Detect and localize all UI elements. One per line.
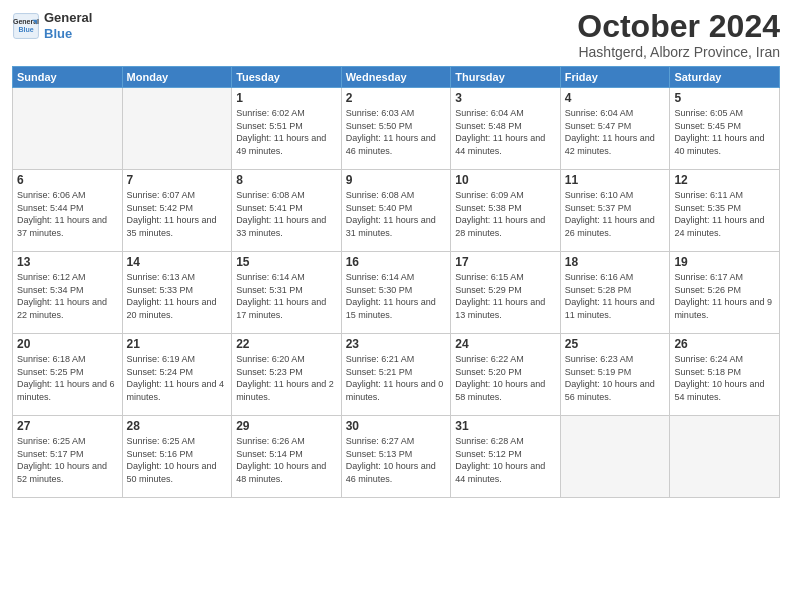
day-info: Sunrise: 6:24 AMSunset: 5:18 PMDaylight:… — [674, 353, 775, 403]
day-info: Sunrise: 6:27 AMSunset: 5:13 PMDaylight:… — [346, 435, 447, 485]
calendar-cell-w5-d0: 27Sunrise: 6:25 AMSunset: 5:17 PMDayligh… — [13, 416, 123, 498]
header-monday: Monday — [122, 67, 232, 88]
calendar-cell-w2-d2: 8Sunrise: 6:08 AMSunset: 5:41 PMDaylight… — [232, 170, 342, 252]
day-number: 24 — [455, 337, 556, 351]
calendar-cell-w1-d5: 4Sunrise: 6:04 AMSunset: 5:47 PMDaylight… — [560, 88, 670, 170]
day-info: Sunrise: 6:26 AMSunset: 5:14 PMDaylight:… — [236, 435, 337, 485]
week-row-5: 27Sunrise: 6:25 AMSunset: 5:17 PMDayligh… — [13, 416, 780, 498]
calendar-cell-w2-d3: 9Sunrise: 6:08 AMSunset: 5:40 PMDaylight… — [341, 170, 451, 252]
calendar-cell-w3-d0: 13Sunrise: 6:12 AMSunset: 5:34 PMDayligh… — [13, 252, 123, 334]
calendar-cell-w4-d0: 20Sunrise: 6:18 AMSunset: 5:25 PMDayligh… — [13, 334, 123, 416]
location-subtitle: Hashtgerd, Alborz Province, Iran — [577, 44, 780, 60]
calendar-cell-w5-d1: 28Sunrise: 6:25 AMSunset: 5:16 PMDayligh… — [122, 416, 232, 498]
month-title: October 2024 — [577, 10, 780, 42]
calendar-cell-w3-d4: 17Sunrise: 6:15 AMSunset: 5:29 PMDayligh… — [451, 252, 561, 334]
day-info: Sunrise: 6:03 AMSunset: 5:50 PMDaylight:… — [346, 107, 447, 157]
calendar-cell-w5-d2: 29Sunrise: 6:26 AMSunset: 5:14 PMDayligh… — [232, 416, 342, 498]
day-number: 22 — [236, 337, 337, 351]
day-number: 6 — [17, 173, 118, 187]
day-number: 31 — [455, 419, 556, 433]
day-number: 30 — [346, 419, 447, 433]
day-info: Sunrise: 6:18 AMSunset: 5:25 PMDaylight:… — [17, 353, 118, 403]
day-number: 3 — [455, 91, 556, 105]
page-header: General Blue General Blue October 2024 H… — [12, 10, 780, 60]
day-number: 16 — [346, 255, 447, 269]
day-info: Sunrise: 6:20 AMSunset: 5:23 PMDaylight:… — [236, 353, 337, 403]
day-info: Sunrise: 6:17 AMSunset: 5:26 PMDaylight:… — [674, 271, 775, 321]
day-info: Sunrise: 6:23 AMSunset: 5:19 PMDaylight:… — [565, 353, 666, 403]
day-info: Sunrise: 6:04 AMSunset: 5:47 PMDaylight:… — [565, 107, 666, 157]
day-info: Sunrise: 6:04 AMSunset: 5:48 PMDaylight:… — [455, 107, 556, 157]
day-number: 21 — [127, 337, 228, 351]
calendar-cell-w1-d2: 1Sunrise: 6:02 AMSunset: 5:51 PMDaylight… — [232, 88, 342, 170]
day-info: Sunrise: 6:25 AMSunset: 5:16 PMDaylight:… — [127, 435, 228, 485]
day-info: Sunrise: 6:15 AMSunset: 5:29 PMDaylight:… — [455, 271, 556, 321]
day-number: 12 — [674, 173, 775, 187]
calendar-cell-w4-d1: 21Sunrise: 6:19 AMSunset: 5:24 PMDayligh… — [122, 334, 232, 416]
day-info: Sunrise: 6:14 AMSunset: 5:31 PMDaylight:… — [236, 271, 337, 321]
header-wednesday: Wednesday — [341, 67, 451, 88]
day-info: Sunrise: 6:06 AMSunset: 5:44 PMDaylight:… — [17, 189, 118, 239]
day-number: 10 — [455, 173, 556, 187]
calendar-cell-w2-d4: 10Sunrise: 6:09 AMSunset: 5:38 PMDayligh… — [451, 170, 561, 252]
calendar-cell-w4-d2: 22Sunrise: 6:20 AMSunset: 5:23 PMDayligh… — [232, 334, 342, 416]
day-number: 7 — [127, 173, 228, 187]
day-info: Sunrise: 6:09 AMSunset: 5:38 PMDaylight:… — [455, 189, 556, 239]
day-number: 20 — [17, 337, 118, 351]
day-number: 13 — [17, 255, 118, 269]
weekday-header-row: Sunday Monday Tuesday Wednesday Thursday… — [13, 67, 780, 88]
day-number: 23 — [346, 337, 447, 351]
calendar-cell-w4-d4: 24Sunrise: 6:22 AMSunset: 5:20 PMDayligh… — [451, 334, 561, 416]
day-number: 28 — [127, 419, 228, 433]
calendar-cell-w3-d1: 14Sunrise: 6:13 AMSunset: 5:33 PMDayligh… — [122, 252, 232, 334]
header-tuesday: Tuesday — [232, 67, 342, 88]
header-thursday: Thursday — [451, 67, 561, 88]
calendar-cell-w5-d5 — [560, 416, 670, 498]
day-info: Sunrise: 6:10 AMSunset: 5:37 PMDaylight:… — [565, 189, 666, 239]
logo: General Blue General Blue — [12, 10, 92, 41]
day-number: 1 — [236, 91, 337, 105]
day-info: Sunrise: 6:19 AMSunset: 5:24 PMDaylight:… — [127, 353, 228, 403]
calendar-cell-w1-d6: 5Sunrise: 6:05 AMSunset: 5:45 PMDaylight… — [670, 88, 780, 170]
day-number: 15 — [236, 255, 337, 269]
logo-icon: General Blue — [12, 12, 40, 40]
day-number: 14 — [127, 255, 228, 269]
title-section: October 2024 Hashtgerd, Alborz Province,… — [577, 10, 780, 60]
calendar-cell-w1-d1 — [122, 88, 232, 170]
calendar-cell-w3-d6: 19Sunrise: 6:17 AMSunset: 5:26 PMDayligh… — [670, 252, 780, 334]
day-number: 17 — [455, 255, 556, 269]
day-number: 26 — [674, 337, 775, 351]
calendar-cell-w2-d1: 7Sunrise: 6:07 AMSunset: 5:42 PMDaylight… — [122, 170, 232, 252]
day-info: Sunrise: 6:28 AMSunset: 5:12 PMDaylight:… — [455, 435, 556, 485]
day-info: Sunrise: 6:12 AMSunset: 5:34 PMDaylight:… — [17, 271, 118, 321]
calendar-cell-w5-d6 — [670, 416, 780, 498]
week-row-4: 20Sunrise: 6:18 AMSunset: 5:25 PMDayligh… — [13, 334, 780, 416]
week-row-3: 13Sunrise: 6:12 AMSunset: 5:34 PMDayligh… — [13, 252, 780, 334]
day-info: Sunrise: 6:08 AMSunset: 5:40 PMDaylight:… — [346, 189, 447, 239]
day-info: Sunrise: 6:07 AMSunset: 5:42 PMDaylight:… — [127, 189, 228, 239]
calendar-table: Sunday Monday Tuesday Wednesday Thursday… — [12, 66, 780, 498]
day-number: 2 — [346, 91, 447, 105]
svg-text:Blue: Blue — [18, 26, 33, 33]
day-info: Sunrise: 6:05 AMSunset: 5:45 PMDaylight:… — [674, 107, 775, 157]
week-row-1: 1Sunrise: 6:02 AMSunset: 5:51 PMDaylight… — [13, 88, 780, 170]
day-number: 11 — [565, 173, 666, 187]
calendar-cell-w5-d3: 30Sunrise: 6:27 AMSunset: 5:13 PMDayligh… — [341, 416, 451, 498]
calendar-cell-w3-d2: 15Sunrise: 6:14 AMSunset: 5:31 PMDayligh… — [232, 252, 342, 334]
day-number: 19 — [674, 255, 775, 269]
day-info: Sunrise: 6:13 AMSunset: 5:33 PMDaylight:… — [127, 271, 228, 321]
calendar-cell-w4-d6: 26Sunrise: 6:24 AMSunset: 5:18 PMDayligh… — [670, 334, 780, 416]
calendar-cell-w2-d5: 11Sunrise: 6:10 AMSunset: 5:37 PMDayligh… — [560, 170, 670, 252]
day-info: Sunrise: 6:25 AMSunset: 5:17 PMDaylight:… — [17, 435, 118, 485]
calendar-cell-w3-d3: 16Sunrise: 6:14 AMSunset: 5:30 PMDayligh… — [341, 252, 451, 334]
day-info: Sunrise: 6:21 AMSunset: 5:21 PMDaylight:… — [346, 353, 447, 403]
calendar-cell-w2-d6: 12Sunrise: 6:11 AMSunset: 5:35 PMDayligh… — [670, 170, 780, 252]
week-row-2: 6Sunrise: 6:06 AMSunset: 5:44 PMDaylight… — [13, 170, 780, 252]
day-info: Sunrise: 6:16 AMSunset: 5:28 PMDaylight:… — [565, 271, 666, 321]
day-number: 4 — [565, 91, 666, 105]
day-number: 5 — [674, 91, 775, 105]
calendar-cell-w4-d5: 25Sunrise: 6:23 AMSunset: 5:19 PMDayligh… — [560, 334, 670, 416]
calendar-cell-w1-d0 — [13, 88, 123, 170]
calendar-cell-w4-d3: 23Sunrise: 6:21 AMSunset: 5:21 PMDayligh… — [341, 334, 451, 416]
day-number: 9 — [346, 173, 447, 187]
